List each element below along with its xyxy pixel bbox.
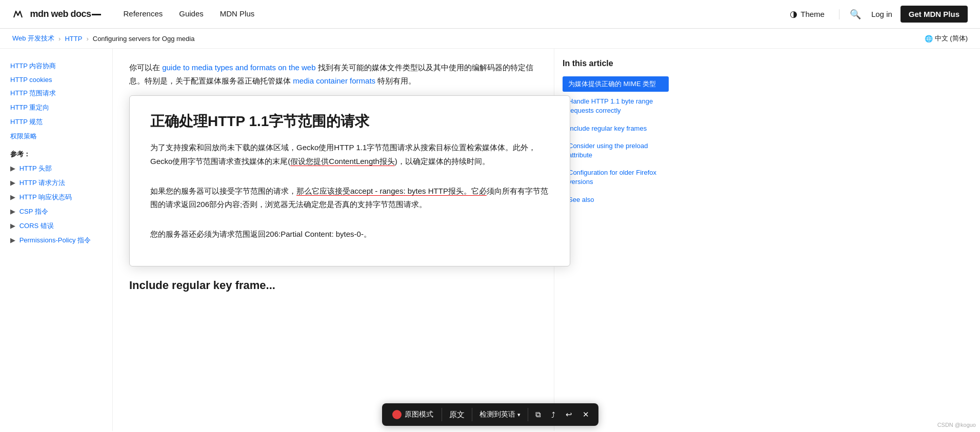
breadcrumb-http[interactable]: HTTP — [65, 35, 82, 43]
detect-dropdown[interactable]: 检测到英语 ▾ — [474, 410, 526, 419]
sidebar-section-title: 参考： — [8, 143, 104, 161]
sidebar-ref-2[interactable]: ▶ HTTP 响应状态码 — [8, 190, 104, 204]
login-button[interactable]: Log in — [871, 10, 892, 18]
logo-area: mdn web docs — [12, 8, 101, 20]
modal-para-3: 您的服务器还必须为请求范围返回206:Partial Content: byte… — [150, 228, 549, 241]
source-button[interactable]: 原文 — [444, 403, 470, 426]
toc-item-4[interactable]: Configuration for older Firefox versions — [563, 165, 669, 190]
header-right: ◑ Theme 🔍 Log in Get MDN Plus — [784, 6, 968, 23]
modal-para-2: 如果您的服务器可以接受字节范围的请求，那么它应该接受accept - range… — [150, 184, 549, 212]
close-button[interactable]: ✕ — [577, 403, 594, 426]
sidebar-item-0[interactable]: HTTP 内容协商 — [8, 59, 104, 73]
sidebar-item-4[interactable]: HTTP 规范 — [8, 115, 104, 129]
theme-icon: ◑ — [790, 9, 797, 19]
toc-item-3[interactable]: Consider using the preload attribute — [563, 138, 669, 163]
modal-para-1: 为了支持搜索和回放尚未下载的媒体区域，Gecko使用HTTP 1.1字节范围请求… — [150, 141, 549, 168]
toc-item-0[interactable]: 为媒体提供正确的 MIME 类型 — [563, 76, 669, 92]
toolbar-sep-3 — [528, 408, 528, 421]
get-mdn-button[interactable]: Get MDN Plus — [901, 6, 968, 23]
dropdown-arrow-icon: ▾ — [517, 412, 521, 418]
sidebar-ref-0[interactable]: ▶ HTTP 头部 — [8, 161, 104, 176]
breadcrumb-home[interactable]: Web 开发技术 — [12, 34, 54, 43]
content-area: 你可以在 guide to media types and formats on… — [113, 49, 554, 431]
toggle-red-dot[interactable] — [392, 410, 402, 419]
undo-icon: ↩ — [566, 410, 572, 419]
arrow-icon-2: ▶ — [10, 193, 15, 201]
language-button[interactable]: 🌐 中文 (简体) — [925, 34, 968, 43]
nav-guides[interactable]: Guides — [173, 6, 210, 22]
copy-icon: ⧉ — [535, 410, 541, 419]
modal-spacer-1 — [150, 176, 549, 184]
close-icon: ✕ — [583, 410, 589, 419]
copy-button[interactable]: ⧉ — [530, 403, 546, 426]
main-layout: HTTP 内容协商 HTTP cookies HTTP 范围请求 HTTP 重定… — [0, 49, 980, 431]
toc-item-1[interactable]: Handle HTTP 1.1 byte range requests corr… — [563, 94, 669, 118]
toc-item-5[interactable]: See also — [563, 192, 669, 208]
toggle-label: 原图模式 — [405, 410, 433, 419]
sidebar-ref-3[interactable]: ▶ CSP 指令 — [8, 204, 104, 219]
modal-spacer-2 — [150, 219, 549, 228]
main-nav: References Guides MDN Plus — [117, 6, 261, 22]
theme-label: Theme — [801, 10, 825, 18]
sidebar-item-3[interactable]: HTTP 重定向 — [8, 100, 104, 115]
sidebar-ref-5[interactable]: ▶ Permissions-Policy 指令 — [8, 233, 104, 248]
header: mdn web docs References Guides MDN Plus … — [0, 0, 980, 29]
arrow-icon-4: ▶ — [10, 222, 15, 230]
sidebar-item-2[interactable]: HTTP 范围请求 — [8, 86, 104, 100]
underline-2: 那么它应该接受accept - ranges: bytes HTTP报头。它必 — [296, 187, 487, 195]
right-sidebar: In this article 为媒体提供正确的 MIME 类型 Handle … — [554, 49, 677, 431]
breadcrumb-sep-1: › — [58, 35, 61, 43]
modal-box: 正确处理HTTP 1.1字节范围的请求 为了支持搜索和回放尚未下载的媒体区域，G… — [129, 95, 570, 266]
divider-1 — [839, 9, 839, 19]
intro-link-2[interactable]: media container formats — [293, 76, 375, 85]
bottom-toolbar: 原图模式 原文 检测到英语 ▾ ⧉ ⤴ ↩ ✕ — [382, 403, 598, 426]
sidebar-ref-1[interactable]: ▶ HTTP 请求方法 — [8, 176, 104, 190]
toolbar-toggle-group: 原图模式 — [386, 410, 439, 419]
watermark: CSDN @koguo — [937, 422, 976, 428]
sidebar-ref-4[interactable]: ▶ CORS 错误 — [8, 219, 104, 233]
theme-button[interactable]: ◑ Theme — [784, 6, 831, 23]
logo-underline — [92, 14, 101, 15]
arrow-icon-3: ▶ — [10, 208, 15, 215]
external-button[interactable]: ⤴ — [546, 403, 561, 426]
breadcrumb-current: Configuring servers for Ogg media — [93, 35, 195, 43]
globe-icon: 🌐 — [925, 35, 933, 43]
arrow-icon-5: ▶ — [10, 236, 15, 244]
breadcrumb: Web 开发技术 › HTTP › Configuring servers fo… — [0, 29, 980, 49]
arrow-icon-0: ▶ — [10, 164, 15, 172]
underline-1: 假设您提供ContentLength报头 — [290, 157, 394, 166]
section-heading: Include regular key frame... — [129, 279, 537, 292]
toc-title: In this article — [563, 59, 669, 68]
undo-button[interactable]: ↩ — [561, 403, 577, 426]
nav-references[interactable]: References — [117, 6, 169, 22]
toolbar-sep-1 — [442, 408, 442, 421]
intro-paragraph: 你可以在 guide to media types and formats on… — [129, 61, 537, 87]
sidebar-item-5[interactable]: 权限策略 — [8, 129, 104, 143]
arrow-icon-1: ▶ — [10, 179, 15, 187]
search-button[interactable]: 🔍 — [848, 7, 863, 22]
mdn-logo-icon — [12, 8, 25, 20]
detect-label: 检测到英语 — [479, 410, 515, 419]
toc-item-2[interactable]: Include regular key frames — [563, 121, 669, 136]
logo-text: mdn web docs — [30, 8, 91, 18]
nav-mdn-plus[interactable]: MDN Plus — [214, 6, 261, 22]
logo[interactable]: mdn web docs — [12, 8, 101, 20]
intro-link-1[interactable]: guide to media types and formats on the … — [162, 63, 315, 72]
breadcrumb-sep-2: › — [86, 35, 88, 43]
toolbar-sep-2 — [472, 408, 472, 421]
external-icon: ⤴ — [551, 410, 555, 419]
modal-title: 正确处理HTTP 1.1字节范围的请求 — [150, 112, 549, 131]
lang-label: 中文 (简体) — [935, 34, 968, 43]
search-icon: 🔍 — [850, 9, 861, 19]
sidebar-item-1[interactable]: HTTP cookies — [8, 73, 104, 86]
left-sidebar: HTTP 内容协商 HTTP cookies HTTP 范围请求 HTTP 重定… — [0, 49, 113, 431]
